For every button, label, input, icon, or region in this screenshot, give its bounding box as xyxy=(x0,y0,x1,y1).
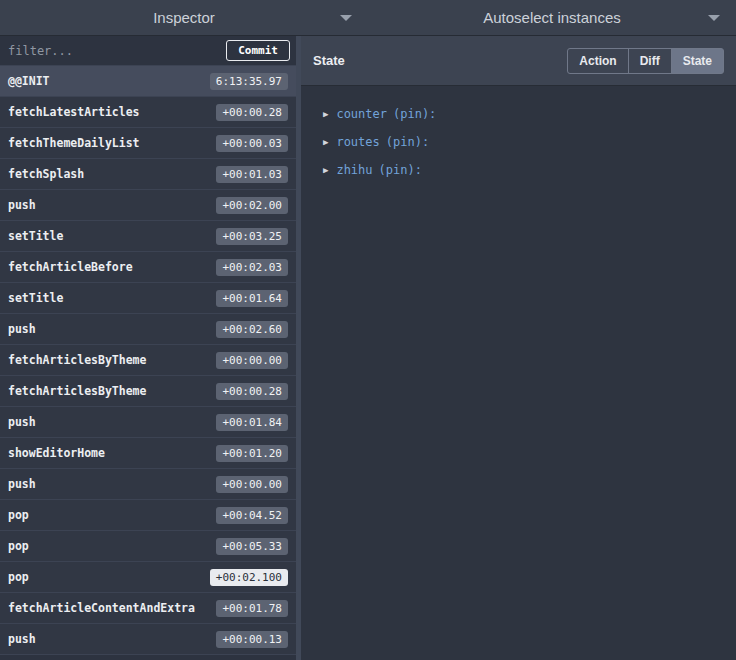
state-tree: ▶ counter (pin): ▶ routes (pin): ▶ zhihu… xyxy=(301,86,736,184)
action-list-item[interactable]: fetchArticleContentAndExtra +00:01.78 xyxy=(0,593,296,624)
tab-diff[interactable]: Diff xyxy=(628,48,672,74)
action-list-item[interactable]: fetchArticlesByTheme +00:00.28 xyxy=(0,376,296,407)
action-time-badge: +00:01.64 xyxy=(216,290,288,307)
expand-arrow-icon: ▶ xyxy=(323,109,328,119)
action-list-panel: Commit @@INIT 6:13:35.97 fetchLatestArti… xyxy=(0,36,296,660)
tree-node-routes[interactable]: ▶ routes (pin): xyxy=(301,128,736,156)
action-time-badge: +00:01.84 xyxy=(216,414,288,431)
instance-dropdown[interactable]: Autoselect instances xyxy=(368,0,736,35)
tree-node-key: routes xyxy=(336,135,379,149)
action-name: fetchSplash xyxy=(8,167,84,181)
action-list-item[interactable]: push +00:00.13 xyxy=(0,624,296,655)
action-list-item[interactable]: pop +00:02.100 xyxy=(0,562,296,593)
action-list-item[interactable]: showEditorHome +00:01.20 xyxy=(0,438,296,469)
instance-dropdown-label: Autoselect instances xyxy=(483,9,621,26)
main-split: Commit @@INIT 6:13:35.97 fetchLatestArti… xyxy=(0,36,736,660)
action-name: push xyxy=(8,322,36,336)
action-name: push xyxy=(8,198,36,212)
expand-arrow-icon: ▶ xyxy=(323,165,328,175)
action-list-item[interactable]: fetchSplash +00:01.03 xyxy=(0,159,296,190)
tree-node-key: counter xyxy=(336,107,387,121)
action-list-item[interactable]: push +00:02.60 xyxy=(0,314,296,345)
action-name: pop xyxy=(8,508,29,522)
action-name: fetchArticleContentAndExtra xyxy=(8,601,195,615)
action-time-badge: +00:00.28 xyxy=(216,104,288,121)
action-list-item[interactable]: fetchArticlesByTheme +00:00.00 xyxy=(0,345,296,376)
top-bar: Inspector Autoselect instances xyxy=(0,0,736,36)
action-name: pop xyxy=(8,539,29,553)
action-name: fetchArticlesByTheme xyxy=(8,384,146,398)
action-time-badge: +00:04.52 xyxy=(216,507,288,524)
action-time-badge: +00:01.20 xyxy=(216,445,288,462)
action-time-badge: +00:01.03 xyxy=(216,166,288,183)
action-name: @@INIT xyxy=(8,74,50,88)
action-list-item[interactable]: fetchThemeDailyList +00:00.03 xyxy=(0,128,296,159)
filter-input[interactable] xyxy=(6,43,220,59)
action-time-badge: +00:02.60 xyxy=(216,321,288,338)
action-time-badge: +00:05.33 xyxy=(216,538,288,555)
action-list-item[interactable]: setTitle +00:03.25 xyxy=(0,221,296,252)
action-list-item[interactable]: pop +00:05.33 xyxy=(0,531,296,562)
action-list-item[interactable]: pop +00:04.52 xyxy=(0,500,296,531)
action-time-badge: +00:00.03 xyxy=(216,135,288,152)
tree-node-meta: (pin): xyxy=(393,107,436,121)
tree-node-zhihu[interactable]: ▶ zhihu (pin): xyxy=(301,156,736,184)
action-list: @@INIT 6:13:35.97 fetchLatestArticles +0… xyxy=(0,66,296,660)
action-name: push xyxy=(8,415,36,429)
action-name: fetchLatestArticles xyxy=(8,105,140,119)
action-time-badge: +00:02.00 xyxy=(216,197,288,214)
action-list-item[interactable]: setTitle +00:01.64 xyxy=(0,283,296,314)
tree-node-key: zhihu xyxy=(336,163,372,177)
action-time-badge: +00:02.100 xyxy=(210,569,288,586)
tree-node-meta: (pin): xyxy=(379,163,422,177)
action-name: showEditorHome xyxy=(8,446,105,460)
action-list-item[interactable]: fetchArticleBefore +00:02.03 xyxy=(0,252,296,283)
action-name: fetchThemeDailyList xyxy=(8,136,140,150)
action-time-badge: +00:00.28 xyxy=(216,383,288,400)
action-time-badge: 6:13:35.97 xyxy=(210,73,288,90)
tree-node-meta: (pin): xyxy=(386,135,429,149)
action-name: setTitle xyxy=(8,229,63,243)
view-tabs: Action Diff State xyxy=(567,48,724,74)
action-list-item[interactable]: fetchLatestArticles +00:00.28 xyxy=(0,97,296,128)
action-list-item[interactable]: push +00:01.84 xyxy=(0,407,296,438)
action-time-badge: +00:00.13 xyxy=(216,631,288,648)
state-panel-title: State xyxy=(313,53,345,68)
action-name: fetchArticleBefore xyxy=(8,260,133,274)
action-name: pop xyxy=(8,570,29,584)
action-name: fetchArticlesByTheme xyxy=(8,353,146,367)
action-time-badge: +00:01.78 xyxy=(216,600,288,617)
action-time-badge: +00:00.00 xyxy=(216,476,288,493)
tree-node-counter[interactable]: ▶ counter (pin): xyxy=(301,100,736,128)
filter-row: Commit xyxy=(0,36,296,66)
action-name: push xyxy=(8,477,36,491)
action-time-badge: +00:00.00 xyxy=(216,352,288,369)
state-panel: State Action Diff State ▶ counter (pin):… xyxy=(301,36,736,660)
chevron-down-icon xyxy=(708,15,720,21)
action-list-item[interactable]: push +00:00.00 xyxy=(0,469,296,500)
action-name: setTitle xyxy=(8,291,63,305)
monitor-dropdown[interactable]: Inspector xyxy=(0,0,368,35)
action-time-badge: +00:02.03 xyxy=(216,259,288,276)
chevron-down-icon xyxy=(340,15,352,21)
action-list-item[interactable]: push +00:02.00 xyxy=(0,190,296,221)
state-panel-header: State Action Diff State xyxy=(301,36,736,86)
action-name: push xyxy=(8,632,36,646)
monitor-dropdown-label: Inspector xyxy=(153,9,215,26)
commit-button[interactable]: Commit xyxy=(226,40,290,61)
expand-arrow-icon: ▶ xyxy=(323,137,328,147)
tab-action[interactable]: Action xyxy=(567,48,628,74)
action-list-item[interactable]: @@INIT 6:13:35.97 xyxy=(0,66,296,97)
tab-state[interactable]: State xyxy=(671,48,724,74)
action-time-badge: +00:03.25 xyxy=(216,228,288,245)
